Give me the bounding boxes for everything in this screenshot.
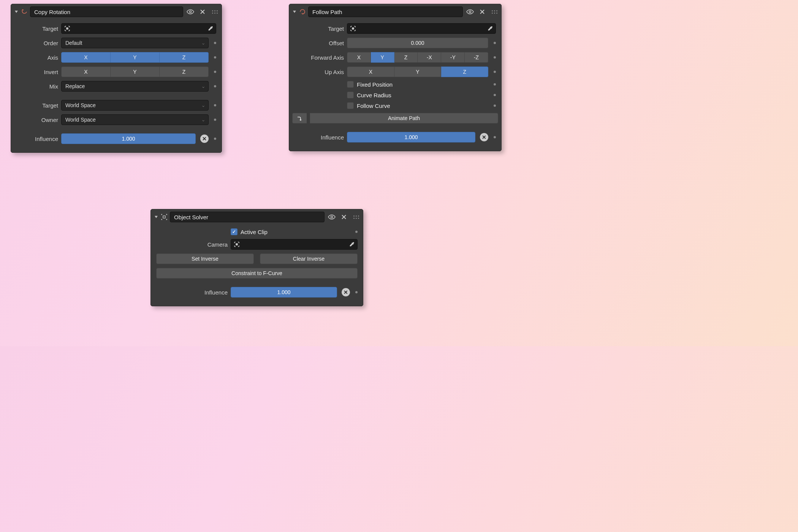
influence-value: 1.000 — [122, 136, 135, 142]
svg-point-2 — [469, 11, 471, 13]
follow-curve-label: Follow Curve — [357, 103, 390, 109]
close-icon[interactable] — [339, 212, 349, 222]
offset-field[interactable]: 0.000 — [347, 38, 488, 48]
svg-rect-1 — [66, 28, 68, 29]
invert-y-toggle[interactable]: Y — [111, 66, 160, 77]
close-icon[interactable] — [477, 7, 487, 17]
panel-title-input[interactable]: Object Solver — [170, 212, 325, 222]
influence-label: Influence — [294, 134, 344, 141]
influence-slider[interactable]: 1.000 — [231, 287, 337, 298]
influence-label: Influence — [16, 136, 58, 142]
invert-toggle-group: X Y Z — [61, 66, 209, 77]
eyedropper-icon[interactable] — [349, 241, 355, 247]
keyframe-dot[interactable] — [214, 138, 216, 140]
close-icon[interactable] — [198, 7, 207, 17]
forward-y-toggle[interactable]: Y — [371, 52, 394, 63]
disclosure-icon[interactable] — [15, 11, 18, 13]
order-value: Default — [65, 40, 82, 46]
keyframe-dot[interactable] — [355, 291, 358, 293]
keyframe-dot[interactable] — [214, 104, 216, 106]
keyframe-dot[interactable] — [214, 119, 216, 121]
disclosure-icon[interactable] — [293, 11, 296, 13]
eyedropper-icon[interactable] — [207, 25, 214, 32]
target-label: Target — [294, 25, 344, 32]
axis-label: Axis — [16, 54, 58, 61]
influence-slider[interactable]: 1.000 — [61, 133, 196, 144]
forward-axis-toggle-group: X Y Z -X -Y -Z — [347, 52, 488, 63]
keyframe-dot[interactable] — [214, 56, 216, 59]
drag-handle-icon[interactable] — [212, 10, 218, 14]
forward-axis-label: Forward Axis — [294, 54, 344, 61]
keyframe-dot[interactable] — [214, 71, 216, 73]
keyframe-dot[interactable] — [214, 85, 216, 87]
keyframe-dot[interactable] — [214, 42, 216, 44]
mix-dropdown[interactable]: Replace⌵ — [61, 81, 209, 92]
clear-influence-button[interactable]: ✕ — [200, 135, 209, 143]
owner-label: Owner — [16, 117, 58, 123]
offset-value: 0.000 — [411, 40, 424, 46]
target-input[interactable] — [347, 23, 496, 34]
keyframe-dot[interactable] — [494, 94, 496, 96]
keyframe-dot[interactable] — [494, 136, 496, 138]
panel-title-input[interactable]: Follow Path — [308, 6, 463, 17]
axis-z-toggle[interactable]: Z — [160, 52, 209, 63]
drag-handle-icon[interactable] — [492, 10, 497, 14]
forward-nx-toggle[interactable]: -X — [418, 52, 441, 63]
constraint-to-fcurve-button[interactable]: Constraint to F-Curve — [156, 268, 358, 279]
eyedropper-icon[interactable] — [487, 25, 493, 32]
forward-nz-toggle[interactable]: -Z — [465, 52, 488, 63]
disclosure-icon[interactable] — [155, 216, 158, 218]
eye-icon[interactable] — [465, 7, 475, 17]
owner-space-dropdown[interactable]: World Space⌵ — [61, 114, 209, 125]
forward-z-toggle[interactable]: Z — [394, 52, 418, 63]
up-z-toggle[interactable]: Z — [441, 66, 488, 77]
chevron-down-icon: ⌵ — [202, 84, 204, 89]
copy-rotation-icon — [21, 8, 28, 15]
eye-icon[interactable] — [185, 7, 195, 17]
animate-path-button[interactable]: Animate Path — [310, 113, 498, 124]
keyframe-dot[interactable] — [494, 104, 496, 107]
up-axis-toggle-group: X Y Z — [347, 66, 488, 77]
up-axis-label: Up Axis — [294, 69, 344, 75]
fixed-position-checkbox[interactable] — [347, 81, 354, 88]
active-clip-checkbox[interactable] — [231, 228, 238, 235]
target-input[interactable] — [61, 23, 216, 34]
drag-handle-icon[interactable] — [353, 215, 359, 219]
eye-icon[interactable] — [327, 212, 337, 222]
svg-point-5 — [331, 216, 333, 218]
up-x-toggle[interactable]: X — [347, 66, 394, 77]
axis-y-toggle[interactable]: Y — [111, 52, 160, 63]
camera-input[interactable] — [231, 239, 358, 250]
panel-title-input[interactable]: Copy Rotation — [30, 6, 183, 17]
svg-rect-6 — [236, 244, 238, 245]
order-dropdown[interactable]: Default⌵ — [61, 38, 209, 48]
mix-value: Replace — [65, 83, 85, 89]
keyframe-dot[interactable] — [494, 71, 496, 73]
set-inverse-button[interactable]: Set Inverse — [156, 253, 254, 264]
object-icon — [64, 25, 71, 32]
clear-inverse-button[interactable]: Clear Inverse — [260, 253, 358, 264]
keyframe-dot[interactable] — [494, 42, 496, 44]
target-space-dropdown[interactable]: World Space⌵ — [61, 100, 209, 111]
follow-path-icon — [299, 8, 306, 15]
keyframe-dot[interactable] — [494, 56, 496, 59]
keyframe-dot[interactable] — [494, 83, 496, 86]
invert-x-toggle[interactable]: X — [61, 66, 111, 77]
influence-slider[interactable]: 1.000 — [347, 132, 475, 142]
forward-x-toggle[interactable]: X — [347, 52, 371, 63]
axis-x-toggle[interactable]: X — [61, 52, 111, 63]
keyframe-dot[interactable] — [355, 231, 358, 233]
influence-value: 1.000 — [404, 134, 418, 140]
forward-ny-toggle[interactable]: -Y — [441, 52, 465, 63]
svg-rect-3 — [352, 28, 354, 29]
influence-label: Influence — [156, 289, 228, 296]
curve-radius-checkbox[interactable] — [347, 92, 354, 98]
fixed-position-label: Fixed Position — [357, 81, 393, 88]
animate-path-icon-button[interactable] — [292, 113, 307, 124]
owner-value: World Space — [65, 117, 96, 123]
up-y-toggle[interactable]: Y — [394, 66, 442, 77]
follow-curve-checkbox[interactable] — [347, 102, 354, 109]
clear-influence-button[interactable]: ✕ — [342, 288, 350, 296]
clear-influence-button[interactable]: ✕ — [480, 133, 488, 141]
invert-z-toggle[interactable]: Z — [160, 66, 209, 77]
